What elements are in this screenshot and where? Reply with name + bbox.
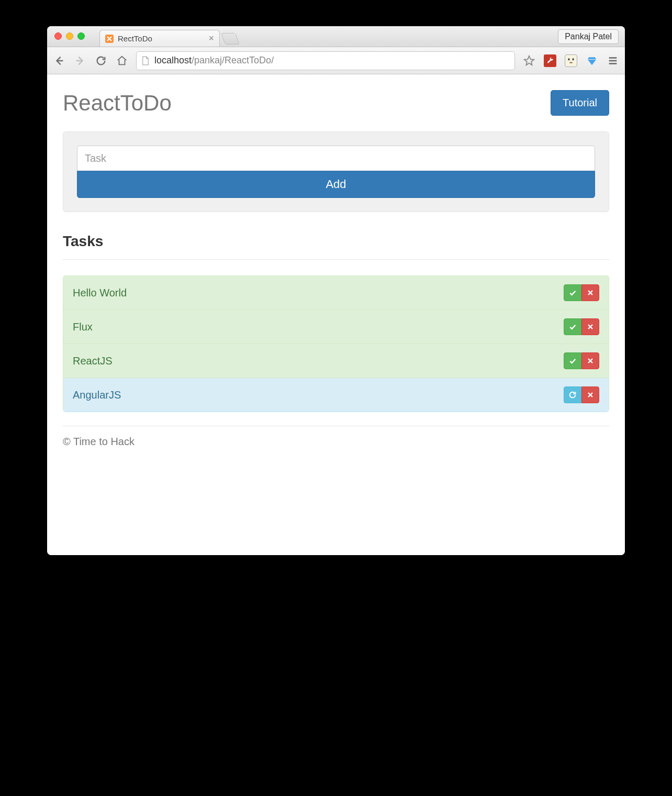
delete-task-button[interactable]	[581, 352, 599, 369]
tasks-heading: Tasks	[63, 233, 609, 250]
complete-task-button[interactable]	[564, 352, 581, 369]
extension-face-icon[interactable]	[564, 54, 578, 68]
window-close-button[interactable]	[54, 32, 62, 40]
url-path: /pankaj/ReactToDo/	[192, 55, 274, 65]
browser-toolbar: localhost/pankaj/ReactToDo/	[47, 47, 625, 74]
task-actions	[564, 284, 599, 301]
browser-titlebar: RectToDo × Pankaj Patel	[47, 26, 625, 47]
svg-rect-3	[569, 62, 572, 63]
complete-task-button[interactable]	[564, 284, 581, 301]
svg-rect-2	[573, 58, 574, 60]
task-label: Hello World	[73, 287, 127, 299]
page-icon	[142, 56, 150, 65]
add-task-panel: Add	[63, 131, 609, 212]
x-icon	[586, 323, 595, 331]
task-actions	[564, 352, 599, 369]
delete-task-button[interactable]	[581, 284, 599, 301]
task-label: Flux	[73, 321, 93, 333]
delete-task-button[interactable]	[581, 386, 599, 403]
task-actions	[564, 386, 599, 403]
home-button[interactable]	[115, 54, 129, 68]
page-content: ReactToDo Tutorial Add Tasks Hello World	[47, 74, 625, 555]
url-host: localhost	[154, 55, 192, 65]
reload-button[interactable]	[94, 54, 108, 68]
task-list: Hello World Flux	[63, 275, 609, 412]
x-icon	[586, 289, 595, 297]
xampp-favicon	[105, 35, 114, 43]
tab-close-icon[interactable]: ×	[208, 33, 214, 44]
delete-task-button[interactable]	[581, 318, 599, 335]
task-item: AngularJS	[63, 378, 609, 412]
footer-text: © Time to Hack	[63, 436, 609, 448]
task-label: AngularJS	[73, 389, 121, 401]
back-button[interactable]	[52, 54, 66, 68]
extension-wrench-icon[interactable]	[543, 54, 557, 68]
profile-badge[interactable]: Pankaj Patel	[558, 29, 619, 44]
task-label: ReactJS	[73, 355, 113, 367]
url-text: localhost/pankaj/ReactToDo/	[154, 55, 274, 66]
app-title: ReactToDo	[63, 91, 172, 116]
address-bar[interactable]: localhost/pankaj/ReactToDo/	[136, 51, 515, 70]
page-header: ReactToDo Tutorial	[63, 90, 609, 116]
check-icon	[568, 357, 577, 365]
task-input[interactable]	[77, 146, 595, 171]
task-actions	[564, 318, 599, 335]
svg-rect-1	[568, 58, 570, 60]
traffic-lights	[54, 32, 85, 40]
forward-button[interactable]	[73, 54, 87, 68]
add-button[interactable]: Add	[77, 171, 595, 198]
complete-task-button[interactable]	[564, 318, 581, 335]
browser-window: RectToDo × Pankaj Patel localhost/pankaj…	[47, 26, 625, 555]
task-item: Flux	[63, 310, 609, 344]
divider	[63, 259, 609, 260]
extension-diamond-icon[interactable]	[585, 54, 599, 68]
menu-button[interactable]	[606, 54, 620, 68]
task-item: ReactJS	[63, 344, 609, 378]
bookmark-star-icon[interactable]	[522, 54, 536, 68]
x-icon	[586, 391, 595, 399]
refresh-icon	[568, 391, 577, 399]
footer-divider	[63, 426, 609, 426]
check-icon	[568, 323, 577, 331]
task-item: Hello World	[63, 276, 609, 310]
window-maximize-button[interactable]	[77, 32, 85, 40]
check-icon	[568, 289, 577, 297]
reopen-task-button[interactable]	[564, 386, 581, 403]
tutorial-button[interactable]: Tutorial	[551, 90, 609, 116]
browser-tab[interactable]: RectToDo ×	[99, 30, 220, 47]
x-icon	[586, 357, 595, 365]
tab-title: RectToDo	[118, 34, 152, 43]
window-minimize-button[interactable]	[66, 32, 73, 40]
new-tab-button[interactable]	[221, 33, 240, 45]
